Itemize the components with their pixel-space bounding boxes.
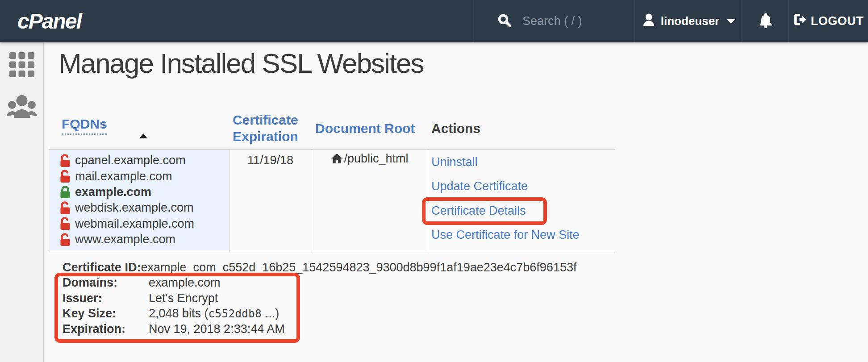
search-input[interactable]: [522, 14, 630, 29]
column-header-document-root[interactable]: Document Root: [315, 121, 415, 136]
fqdn-label: webdisk.example.com: [75, 201, 194, 215]
certificate-details-block: Domains: example.com Issuer: Let's Encry…: [63, 275, 285, 337]
open-lock-icon: [59, 201, 71, 215]
column-header-certificate-expiration[interactable]: Certificate Expiration: [233, 112, 311, 145]
detail-row-domains: Domains: example.com: [63, 275, 285, 291]
fqdns-cell: cpanel.example.com mail.example.com exam…: [49, 150, 229, 250]
username: linodeuser: [661, 14, 719, 28]
certificate-id-value: example_com_c552d_16b25_1542594823_9300d…: [141, 261, 577, 274]
logout-label: LOGOUT: [811, 14, 864, 28]
domains-label: Domains:: [63, 276, 149, 290]
chevron-down-icon: [727, 19, 735, 24]
actions-cell: Uninstall Update Certificate Certificate…: [431, 150, 580, 247]
closed-lock-icon: [59, 185, 71, 199]
user-icon: [643, 13, 655, 29]
certificate-id-label: Certificate ID:: [63, 261, 141, 274]
apps-grid-icon: [9, 52, 34, 79]
document-root-cell: /public_html: [312, 152, 428, 166]
open-lock-icon: [59, 233, 71, 246]
certificate-expiration-value: 11/19/18: [229, 154, 312, 167]
open-lock-icon: [59, 170, 71, 183]
action-update-certificate[interactable]: Update Certificate: [431, 175, 580, 199]
expiration-value: Nov 19, 2018 2:33:44 AM: [149, 322, 285, 336]
column-header-actions: Actions: [431, 121, 480, 136]
sidebar-item-apps[interactable]: [0, 52, 44, 79]
issuer-value: Let's Encrypt: [149, 291, 218, 305]
fqdn-item: example.com: [59, 184, 229, 200]
open-lock-icon: [59, 154, 71, 167]
user-menu[interactable]: linodeuser: [634, 0, 743, 42]
fqdn-item: mail.example.com: [59, 168, 229, 184]
fqdn-label: cpanel.example.com: [75, 154, 186, 167]
action-uninstall[interactable]: Uninstall: [431, 150, 580, 175]
column-header-fqdns[interactable]: FQDNs: [62, 117, 107, 132]
topnav: linodeuser LOGOUT: [475, 0, 868, 42]
cpanel-logo[interactable]: cPanel: [17, 0, 81, 42]
fqdn-label: webmail.example.com: [75, 217, 194, 231]
key-size-value: 2,048 bits (c552ddb8 ...): [149, 307, 279, 320]
document-root-value: /public_html: [344, 152, 408, 166]
fqdn-item: webmail.example.com: [59, 216, 229, 232]
bell-icon: [759, 12, 773, 30]
fqdn-item: webdisk.example.com: [59, 200, 229, 216]
detail-row-expiration: Expiration: Nov 19, 2018 2:33:44 AM: [63, 321, 285, 337]
notifications-button[interactable]: [743, 0, 788, 42]
logout-icon: [793, 13, 806, 29]
table-row-divider: [49, 253, 615, 253]
key-size-label: Key Size:: [63, 307, 149, 320]
detail-row-key-size: Key Size: 2,048 bits (c552ddb8 ...): [63, 306, 285, 322]
issuer-label: Issuer:: [63, 291, 149, 305]
action-use-certificate-for-new-site[interactable]: Use Certificate for New Site: [431, 223, 580, 248]
logout-button[interactable]: LOGOUT: [788, 0, 868, 42]
sidebar: [0, 42, 44, 362]
expiration-label: Expiration:: [63, 322, 149, 336]
open-lock-icon: [59, 217, 71, 230]
search-section: [475, 0, 634, 42]
certificate-id-line: Certificate ID:example_com_c552d_16b25_1…: [63, 261, 576, 275]
action-certificate-details[interactable]: Certificate Details: [431, 199, 580, 223]
fqdn-label: example.com: [75, 185, 151, 199]
column-divider: [428, 150, 428, 253]
fqdn-item: www.example.com: [59, 232, 229, 247]
topbar: cPanel linodeuser: [0, 0, 868, 42]
sort-ascending-icon: [139, 133, 147, 138]
page-title: Manage Installed SSL Websites: [58, 46, 423, 80]
search-icon: [497, 13, 512, 29]
key-fingerprint: c552ddb8: [209, 308, 262, 320]
detail-row-issuer: Issuer: Let's Encrypt: [63, 291, 285, 306]
fqdn-label: mail.example.com: [75, 170, 172, 183]
fqdn-item: cpanel.example.com: [59, 153, 229, 168]
domains-value: example.com: [149, 276, 221, 290]
fqdn-label: www.example.com: [75, 233, 175, 246]
users-icon: [6, 95, 38, 120]
home-icon: [331, 153, 343, 164]
sidebar-item-users[interactable]: [0, 95, 44, 120]
